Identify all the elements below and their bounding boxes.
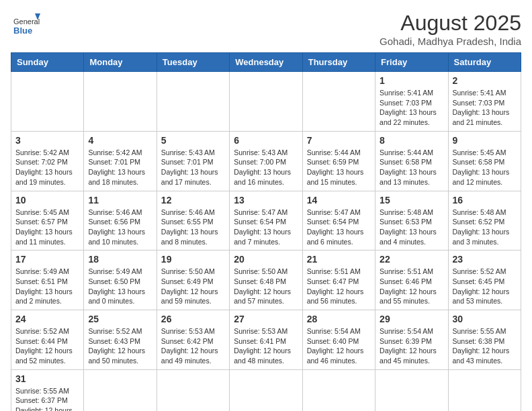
calendar-cell — [157, 72, 229, 132]
day-number: 12 — [161, 195, 225, 205]
calendar-cell: 4Sunrise: 5:42 AM Sunset: 7:01 PM Daylig… — [84, 131, 157, 191]
day-number: 11 — [88, 195, 152, 205]
day-info: Sunrise: 5:41 AM Sunset: 7:03 PM Dayligh… — [380, 88, 443, 128]
calendar-cell: 18Sunrise: 5:49 AM Sunset: 6:50 PM Dayli… — [84, 250, 157, 310]
day-number: 21 — [307, 254, 371, 265]
day-info: Sunrise: 5:53 AM Sunset: 6:42 PM Dayligh… — [161, 326, 225, 366]
calendar-cell: 21Sunrise: 5:51 AM Sunset: 6:47 PM Dayli… — [302, 250, 375, 310]
day-info: Sunrise: 5:50 AM Sunset: 6:48 PM Dayligh… — [234, 267, 298, 306]
day-info: Sunrise: 5:51 AM Sunset: 6:46 PM Dayligh… — [380, 267, 443, 306]
day-info: Sunrise: 5:52 AM Sunset: 6:43 PM Dayligh… — [88, 326, 152, 366]
day-info: Sunrise: 5:42 AM Sunset: 7:02 PM Dayligh… — [15, 148, 79, 187]
day-info: Sunrise: 5:44 AM Sunset: 6:58 PM Dayligh… — [380, 148, 443, 187]
calendar-cell: 28Sunrise: 5:54 AM Sunset: 6:40 PM Dayli… — [302, 310, 375, 370]
day-number: 22 — [380, 254, 443, 265]
day-number: 27 — [234, 314, 298, 324]
day-info: Sunrise: 5:49 AM Sunset: 6:50 PM Dayligh… — [88, 267, 152, 306]
calendar-cell — [84, 369, 157, 411]
day-number: 24 — [15, 314, 79, 324]
day-number: 9 — [453, 135, 517, 146]
day-number: 8 — [380, 135, 443, 146]
day-info: Sunrise: 5:55 AM Sunset: 6:38 PM Dayligh… — [453, 326, 517, 366]
day-number: 16 — [453, 195, 517, 205]
calendar-week-row: 31Sunrise: 5:55 AM Sunset: 6:37 PM Dayli… — [11, 369, 521, 411]
day-number: 28 — [307, 314, 371, 324]
day-info: Sunrise: 5:52 AM Sunset: 6:44 PM Dayligh… — [15, 326, 79, 366]
day-info: Sunrise: 5:47 AM Sunset: 6:54 PM Dayligh… — [307, 208, 371, 247]
day-number: 31 — [15, 373, 79, 384]
day-number: 14 — [307, 195, 371, 205]
day-info: Sunrise: 5:49 AM Sunset: 6:51 PM Dayligh… — [15, 267, 79, 306]
col-header-friday: Friday — [375, 53, 448, 72]
day-info: Sunrise: 5:43 AM Sunset: 7:01 PM Dayligh… — [161, 148, 225, 187]
day-info: Sunrise: 5:54 AM Sunset: 6:39 PM Dayligh… — [380, 326, 443, 366]
svg-text:General: General — [13, 17, 40, 26]
calendar-cell — [375, 369, 448, 411]
day-info: Sunrise: 5:47 AM Sunset: 6:54 PM Dayligh… — [234, 208, 298, 247]
calendar-cell: 16Sunrise: 5:48 AM Sunset: 6:52 PM Dayli… — [448, 191, 521, 250]
day-info: Sunrise: 5:46 AM Sunset: 6:55 PM Dayligh… — [161, 208, 225, 247]
calendar-cell: 25Sunrise: 5:52 AM Sunset: 6:43 PM Dayli… — [84, 310, 157, 370]
day-number: 20 — [234, 254, 298, 265]
day-number: 1 — [380, 75, 443, 86]
calendar-week-row: 1Sunrise: 5:41 AM Sunset: 7:03 PM Daylig… — [11, 72, 521, 132]
calendar-cell: 13Sunrise: 5:47 AM Sunset: 6:54 PM Dayli… — [230, 191, 302, 250]
day-number: 13 — [234, 195, 298, 205]
day-number: 7 — [307, 135, 371, 146]
location-subtitle: Gohadi, Madhya Pradesh, India — [380, 36, 521, 47]
col-header-thursday: Thursday — [302, 53, 375, 72]
day-number: 6 — [234, 135, 298, 146]
page-header: General Blue August 2025 Gohadi, Madhya … — [11, 11, 521, 47]
day-info: Sunrise: 5:48 AM Sunset: 6:53 PM Dayligh… — [380, 208, 443, 247]
col-header-sunday: Sunday — [11, 53, 84, 72]
calendar-cell: 31Sunrise: 5:55 AM Sunset: 6:37 PM Dayli… — [11, 369, 84, 411]
calendar-cell: 17Sunrise: 5:49 AM Sunset: 6:51 PM Dayli… — [11, 250, 84, 310]
calendar-cell — [230, 72, 302, 132]
day-number: 4 — [88, 135, 152, 146]
day-number: 3 — [15, 135, 79, 146]
calendar-cell: 29Sunrise: 5:54 AM Sunset: 6:39 PM Dayli… — [375, 310, 448, 370]
logo-graphic: General Blue — [11, 11, 40, 40]
calendar-cell: 26Sunrise: 5:53 AM Sunset: 6:42 PM Dayli… — [157, 310, 229, 370]
calendar-cell: 7Sunrise: 5:44 AM Sunset: 6:59 PM Daylig… — [302, 131, 375, 191]
calendar-cell: 1Sunrise: 5:41 AM Sunset: 7:03 PM Daylig… — [375, 72, 448, 132]
day-number: 30 — [453, 314, 517, 324]
calendar-week-row: 24Sunrise: 5:52 AM Sunset: 6:44 PM Dayli… — [11, 310, 521, 370]
calendar-week-row: 10Sunrise: 5:45 AM Sunset: 6:57 PM Dayli… — [11, 191, 521, 250]
calendar-cell — [302, 369, 375, 411]
day-info: Sunrise: 5:42 AM Sunset: 7:01 PM Dayligh… — [88, 148, 152, 187]
day-info: Sunrise: 5:54 AM Sunset: 6:40 PM Dayligh… — [307, 326, 371, 366]
calendar-cell: 8Sunrise: 5:44 AM Sunset: 6:58 PM Daylig… — [375, 131, 448, 191]
day-number: 25 — [88, 314, 152, 324]
day-info: Sunrise: 5:44 AM Sunset: 6:59 PM Dayligh… — [307, 148, 371, 187]
calendar-cell — [157, 369, 229, 411]
calendar-cell — [302, 72, 375, 132]
day-info: Sunrise: 5:46 AM Sunset: 6:56 PM Dayligh… — [88, 208, 152, 247]
day-info: Sunrise: 5:45 AM Sunset: 6:57 PM Dayligh… — [15, 208, 79, 247]
day-number: 23 — [453, 254, 517, 265]
calendar-cell: 2Sunrise: 5:41 AM Sunset: 7:03 PM Daylig… — [448, 72, 521, 132]
day-info: Sunrise: 5:53 AM Sunset: 6:41 PM Dayligh… — [234, 326, 298, 366]
calendar-cell — [11, 72, 84, 132]
day-info: Sunrise: 5:55 AM Sunset: 6:37 PM Dayligh… — [15, 386, 79, 411]
calendar-cell: 27Sunrise: 5:53 AM Sunset: 6:41 PM Dayli… — [230, 310, 302, 370]
day-info: Sunrise: 5:52 AM Sunset: 6:45 PM Dayligh… — [453, 267, 517, 306]
calendar-cell: 19Sunrise: 5:50 AM Sunset: 6:49 PM Dayli… — [157, 250, 229, 310]
col-header-wednesday: Wednesday — [230, 53, 302, 72]
day-number: 5 — [161, 135, 225, 146]
calendar-cell: 9Sunrise: 5:45 AM Sunset: 6:58 PM Daylig… — [448, 131, 521, 191]
day-number: 17 — [15, 254, 79, 265]
calendar-cell: 22Sunrise: 5:51 AM Sunset: 6:46 PM Dayli… — [375, 250, 448, 310]
calendar-cell: 6Sunrise: 5:43 AM Sunset: 7:00 PM Daylig… — [230, 131, 302, 191]
title-section: August 2025 Gohadi, Madhya Pradesh, Indi… — [380, 11, 521, 47]
svg-text:Blue: Blue — [13, 26, 32, 36]
calendar-cell: 11Sunrise: 5:46 AM Sunset: 6:56 PM Dayli… — [84, 191, 157, 250]
day-info: Sunrise: 5:43 AM Sunset: 7:00 PM Dayligh… — [234, 148, 298, 187]
calendar-cell — [448, 369, 521, 411]
col-header-saturday: Saturday — [448, 53, 521, 72]
calendar-table: SundayMondayTuesdayWednesdayThursdayFrid… — [11, 52, 521, 411]
calendar-header-row: SundayMondayTuesdayWednesdayThursdayFrid… — [11, 53, 521, 72]
calendar-cell: 10Sunrise: 5:45 AM Sunset: 6:57 PM Dayli… — [11, 191, 84, 250]
day-info: Sunrise: 5:45 AM Sunset: 6:58 PM Dayligh… — [453, 148, 517, 187]
day-info: Sunrise: 5:41 AM Sunset: 7:03 PM Dayligh… — [453, 88, 517, 128]
